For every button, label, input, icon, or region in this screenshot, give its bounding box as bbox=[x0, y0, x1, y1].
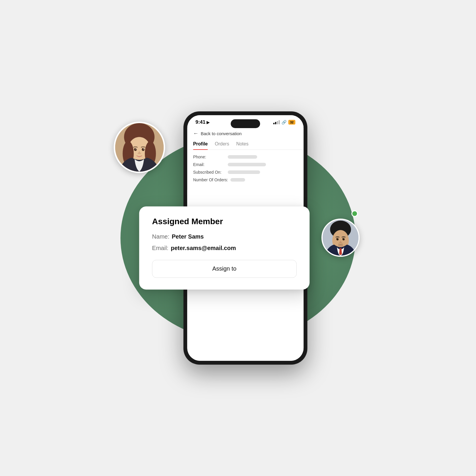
orders-count-skeleton bbox=[230, 178, 245, 182]
assign-to-button[interactable]: Assign to bbox=[152, 260, 297, 278]
popup-name-label: Name: bbox=[152, 233, 170, 240]
svg-point-13 bbox=[343, 238, 345, 240]
popup-email-field: Email: peter.sams@email.com bbox=[152, 245, 297, 252]
dynamic-island bbox=[231, 119, 260, 128]
signal-bar-1 bbox=[273, 123, 274, 124]
subscribed-value-skeleton bbox=[228, 170, 260, 174]
tab-notes[interactable]: Notes bbox=[236, 141, 249, 150]
email-label: Email: bbox=[193, 162, 225, 167]
svg-point-15 bbox=[344, 238, 344, 239]
tab-profile[interactable]: Profile bbox=[193, 141, 208, 150]
battery-badge: 32 bbox=[288, 120, 295, 125]
subscribed-label: Subscribed On: bbox=[193, 170, 225, 175]
email-field-row: Email: bbox=[193, 162, 298, 167]
svg-point-12 bbox=[336, 238, 339, 240]
online-status-indicator bbox=[351, 210, 358, 217]
avatar-female bbox=[114, 122, 165, 173]
avatar-male bbox=[321, 219, 360, 257]
phone-field-row: Phone: bbox=[193, 155, 298, 159]
time-text: 9:41 bbox=[195, 119, 205, 125]
popup-title: Assigned Member bbox=[152, 217, 297, 226]
svg-point-14 bbox=[338, 238, 338, 239]
status-time: 9:41 ▶ bbox=[195, 119, 209, 125]
phone-label: Phone: bbox=[193, 155, 225, 159]
location-arrow-icon: ▶ bbox=[207, 120, 209, 125]
signal-bar-2 bbox=[275, 122, 276, 124]
signal-bar-3 bbox=[277, 121, 278, 124]
tabs-container: Profile Orders Notes bbox=[187, 139, 304, 150]
profile-fields: Phone: Email: Subscribed On: Number Of O… bbox=[187, 150, 304, 190]
svg-point-6 bbox=[142, 148, 145, 151]
popup-name-value: Peter Sams bbox=[172, 233, 204, 240]
svg-point-8 bbox=[143, 148, 144, 149]
assigned-member-popup: Assigned Member Name: Peter Sams Email: … bbox=[139, 206, 310, 289]
status-bar: 9:41 ▶ 🔗 32 bbox=[187, 115, 304, 127]
orders-count-label: Number Of Orders: bbox=[193, 177, 228, 182]
tab-notes-label: Notes bbox=[236, 141, 249, 146]
phone-value-skeleton bbox=[228, 155, 257, 159]
back-navigation[interactable]: ← Back to conversation bbox=[187, 127, 304, 139]
popup-email-label: Email: bbox=[152, 245, 169, 252]
back-nav-label: Back to conversation bbox=[201, 131, 242, 136]
svg-point-7 bbox=[135, 148, 136, 149]
subscribed-field-row: Subscribed On: bbox=[193, 170, 298, 175]
signal-bar-4 bbox=[279, 120, 280, 124]
tab-orders-label: Orders bbox=[215, 141, 229, 146]
signal-icon bbox=[273, 120, 280, 124]
orders-count-field-row: Number Of Orders: bbox=[193, 177, 298, 182]
svg-point-5 bbox=[134, 148, 137, 151]
status-right-icons: 🔗 32 bbox=[273, 120, 295, 125]
popup-email-value: peter.sams@email.com bbox=[171, 245, 236, 252]
email-value-skeleton bbox=[228, 163, 266, 166]
tab-profile-label: Profile bbox=[193, 141, 208, 146]
popup-name-field: Name: Peter Sams bbox=[152, 233, 297, 240]
scene: 9:41 ▶ 🔗 32 ← Back to bbox=[106, 76, 370, 400]
tab-orders[interactable]: Orders bbox=[215, 141, 229, 150]
wifi-icon: 🔗 bbox=[281, 120, 286, 125]
back-arrow-icon[interactable]: ← bbox=[193, 130, 198, 137]
